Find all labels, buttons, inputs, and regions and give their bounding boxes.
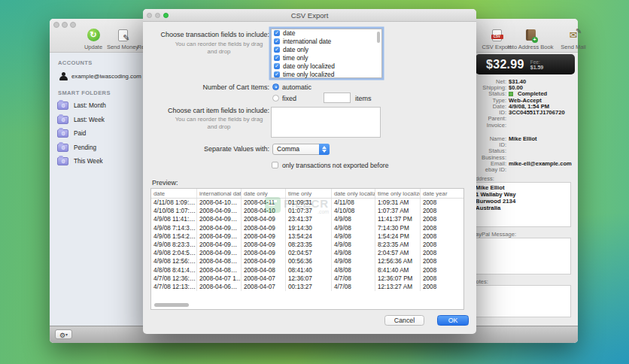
fee-value: $1.59 xyxy=(530,65,544,70)
ok-button[interactable]: OK xyxy=(437,315,469,326)
table-cell: 4/9/08 xyxy=(332,232,375,241)
field-item-time-only[interactable]: ✓time only xyxy=(272,54,381,62)
table-cell: 4/9/08 1:54:2… xyxy=(151,232,197,241)
watermark-suffix: .com xyxy=(284,209,329,214)
dialog-window-controls[interactable] xyxy=(147,13,169,18)
checked-checkbox-icon[interactable]: ✓ xyxy=(274,47,280,53)
checked-checkbox-icon[interactable]: ✓ xyxy=(274,71,280,77)
table-cell: 19:14:30 xyxy=(286,224,332,232)
sidebar-item-paid[interactable]: ⚙Paid xyxy=(57,129,143,138)
dialog-minimize-button[interactable] xyxy=(155,13,160,18)
fixed-label[interactable]: fixed xyxy=(282,95,296,102)
folder-label: This Week xyxy=(74,158,103,165)
close-button[interactable] xyxy=(53,22,59,28)
table-cell: 2008-04-09 xyxy=(242,232,286,241)
table-cell: 4/8/08 xyxy=(332,266,375,275)
table-cell: 2008-04-07 xyxy=(242,283,286,291)
table-cell: 4/9/08 8:23:3… xyxy=(151,241,197,249)
zoom-button[interactable] xyxy=(70,22,76,28)
window-controls[interactable] xyxy=(53,22,76,28)
field-item-date[interactable]: ✓date xyxy=(272,29,381,38)
field-item-date-only[interactable]: ✓date only xyxy=(272,46,381,54)
sidebar-item-last-week[interactable]: ⚙Last: Week xyxy=(57,115,143,125)
automatic-radio[interactable] xyxy=(272,83,279,90)
table-cell: 2008-04-09… xyxy=(197,241,242,249)
table-cell: 2008-04-09 xyxy=(242,224,286,232)
column-header: time only localized xyxy=(375,189,421,198)
csv-export-dialog: CSV Export Choose transaction fields to … xyxy=(143,9,476,334)
paypal-message-label: PayPal Message: xyxy=(472,231,516,238)
toolbar-item-send-mail[interactable]: ✉✎Send Mail xyxy=(552,28,594,50)
table-row[interactable]: 4/9/08 1:54:2…2008-04-09…2008-04-0913:54… xyxy=(151,232,463,241)
table-cell: 8:23:35 AM xyxy=(375,241,421,249)
paypal-message-box[interactable] xyxy=(470,238,571,275)
table-cell: 8:41:40 AM xyxy=(375,266,421,275)
field-item-time-only-localized[interactable]: ✓time only localized xyxy=(272,70,381,78)
transaction-fields-listbox[interactable]: ✓date✓international date✓date only✓time … xyxy=(271,29,382,78)
field-item-date-only-localized[interactable]: ✓date only localized xyxy=(272,62,381,71)
only-new-checkbox[interactable] xyxy=(272,162,278,168)
table-cell: 1:09:31 AM xyxy=(375,199,421,207)
table-cell: 2008 xyxy=(421,207,464,215)
table-cell: 12:56:36 AM xyxy=(375,257,421,265)
notes-box[interactable] xyxy=(470,285,571,317)
listbox-scrollbar[interactable] xyxy=(377,32,380,43)
table-cell: 02:04:57 xyxy=(286,249,332,257)
dialog-titlebar: CSV Export xyxy=(143,9,476,22)
table-cell: 4/9/08 7:14:3… xyxy=(151,224,197,232)
table-cell: 00:56:36 xyxy=(286,257,332,265)
fixed-radio[interactable] xyxy=(272,95,279,102)
table-row[interactable]: 4/7/08 12:13:…2008-04-06…2008-04-0700:13… xyxy=(151,283,463,291)
sidebar-item-last-month[interactable]: ⚙Last: Month xyxy=(57,101,143,111)
separator-popup[interactable]: Comma xyxy=(272,144,330,155)
fixed-items-input[interactable] xyxy=(324,93,351,103)
automatic-label[interactable]: automatic xyxy=(282,83,311,91)
person-icon xyxy=(59,71,68,81)
table-row[interactable]: 4/9/08 12:56:…2008-04-08…2008-04-0900:56… xyxy=(151,257,463,265)
sidebar-item-this-week[interactable]: ⚙This Week xyxy=(57,156,143,166)
sidebar-item-pending[interactable]: ⚙Pending xyxy=(57,143,143,153)
status-dot xyxy=(509,92,513,96)
table-cell: 2008-04-09… xyxy=(197,249,242,257)
table-cell: 23:41:37 xyxy=(286,215,332,223)
minimize-button[interactable] xyxy=(62,22,68,28)
table-cell: 4/9/08 xyxy=(332,249,375,257)
account-label: example@iwascoding.com xyxy=(71,73,141,80)
detail-value: 3CC04551TJ1706720 xyxy=(509,109,565,116)
amount-value: $32.99 xyxy=(486,58,524,71)
action-gear-button[interactable]: ⚙▾ xyxy=(55,329,72,339)
field-item-international-date[interactable]: ✓international date xyxy=(272,38,381,46)
checked-checkbox-icon[interactable]: ✓ xyxy=(274,55,280,61)
table-row[interactable]: 4/7/08 12:36:…2008-04-07 1…2008-04-0712:… xyxy=(151,275,463,283)
table-horizontal-scrollbar[interactable] xyxy=(154,303,189,307)
dialog-zoom-button[interactable] xyxy=(163,13,169,18)
payment-detail-rows: Net:$31.40Shipping:$0.00Status:Completed… xyxy=(469,78,575,128)
table-cell: 1:07:37 AM xyxy=(375,207,421,215)
toolbar-item-address-book[interactable]: +Into Address Book xyxy=(506,28,555,50)
dialog-close-button[interactable] xyxy=(147,13,152,18)
table-row[interactable]: 4/9/08 2:04:5…2008-04-09…2008-04-0902:04… xyxy=(151,249,463,257)
checked-checkbox-icon[interactable]: ✓ xyxy=(274,30,280,36)
cancel-button[interactable]: Cancel xyxy=(384,315,424,326)
cart-fields-listbox[interactable] xyxy=(271,107,381,138)
table-cell: 4/7/08 12:13:… xyxy=(151,283,197,291)
preview-label: Preview: xyxy=(152,179,178,187)
table-row[interactable]: 4/9/08 7:14:3…2008-04-09…2008-04-0919:14… xyxy=(151,224,463,232)
checked-checkbox-icon[interactable]: ✓ xyxy=(274,63,280,69)
smart-folder-list: ⚙Last: Month⚙Last: Week⚙Paid⚙Pending⚙Thi… xyxy=(50,101,143,166)
table-row[interactable]: 4/9/08 11:41:…2008-04-09…2008-04-0923:41… xyxy=(151,215,463,223)
sidebar-item-account[interactable]: example@iwascoding.com xyxy=(59,71,143,81)
column-header: date xyxy=(151,189,197,198)
table-row[interactable]: 4/9/08 8:23:3…2008-04-09…2008-04-0908:23… xyxy=(151,241,463,249)
field-label: date xyxy=(283,29,295,37)
only-new-label[interactable]: only transactions not exported before xyxy=(282,162,388,169)
table-row[interactable]: 4/8/08 8:41:4…2008-04-08…2008-04-0808:41… xyxy=(151,266,463,275)
table-cell: 08:41:40 xyxy=(286,266,332,275)
reorder-hint-2: You can reorder the fields by drag and d… xyxy=(172,116,266,130)
toolbar-item-label: Into Address Book xyxy=(506,44,555,50)
gear-icon: ⚙ xyxy=(59,332,65,339)
table-cell: 2008 xyxy=(421,224,464,232)
checked-checkbox-icon[interactable]: ✓ xyxy=(274,38,280,44)
table-cell: 2008 xyxy=(421,275,464,283)
column-header: date year xyxy=(421,189,464,198)
